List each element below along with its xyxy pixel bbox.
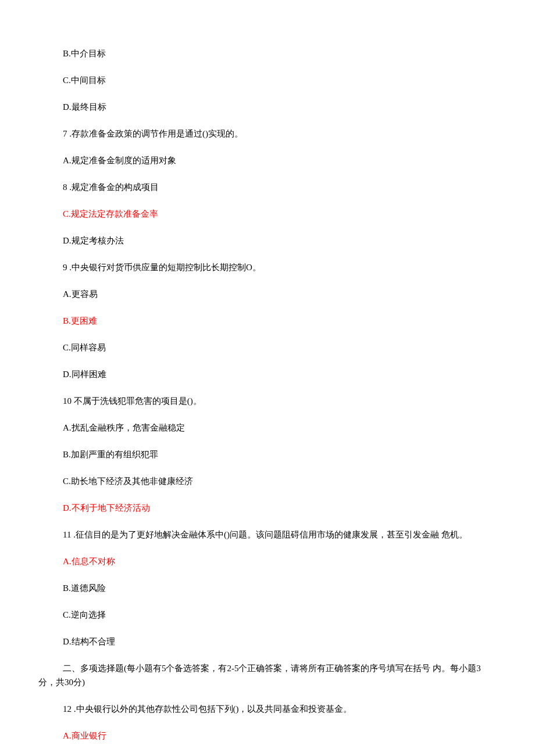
option-b: B.中介目标 <box>38 46 497 60</box>
option-a: A.规定准备金制度的适用对象 <box>38 153 497 167</box>
option-c: C.同样容易 <box>38 341 497 354</box>
option-a-correct: A.商业银行 <box>38 729 497 743</box>
option-d-correct: D.不利于地下经济活动 <box>38 501 497 515</box>
question-10: 10 不属于洗钱犯罪危害的项目是()。 <box>38 394 497 408</box>
option-d: D.结构不合理 <box>38 635 497 648</box>
section-heading-2: 二、多项选择题(每小题有5个备选答案，有2-5个正确答案，请将所有正确答案的序号… <box>38 661 497 689</box>
option-b-correct: B.更困难 <box>38 314 497 328</box>
option-b: B.加剧严重的有组织犯罪 <box>38 447 497 461</box>
option-c-correct: C.规定法定存款准备金率 <box>38 207 497 221</box>
option-a: A.更容易 <box>38 287 497 301</box>
question-7: 7 .存款准备金政策的调节作用是通过()实现的。 <box>38 127 497 141</box>
option-d: D.最终目标 <box>38 100 497 114</box>
option-b: B.道德风险 <box>38 581 497 595</box>
option-c: C.逆向选择 <box>38 608 497 622</box>
option-a: A.扰乱金融秩序，危害金融稳定 <box>38 421 497 435</box>
option-a-correct: A.信息不对称 <box>38 554 497 568</box>
option-c: C.助长地下经济及其他非健康经济 <box>38 474 497 488</box>
option-c: C.中间目标 <box>38 73 497 87</box>
option-d: D.同样困难 <box>38 367 497 381</box>
option-8: 8 .规定准备金的构成项目 <box>38 180 497 194</box>
question-12: 12 .中央银行以外的其他存款性公司包括下列()，以及共同基金和投资基金。 <box>38 702 497 716</box>
question-11: 11 .征信目的是为了更好地解决金融体系中()问题。该问题阻碍信用市场的健康发展… <box>38 528 497 542</box>
option-d: D.规定考核办法 <box>38 234 497 248</box>
question-9: 9 .中央银行对货币供应量的短期控制比长期控制O。 <box>38 260 497 274</box>
